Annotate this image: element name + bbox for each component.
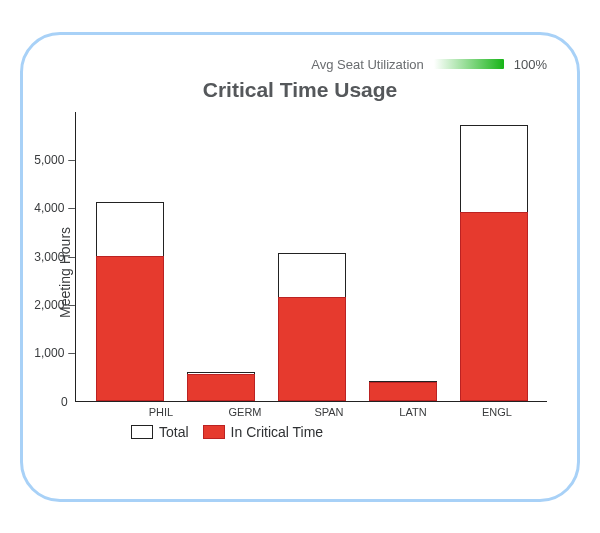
legend-label-total: Total — [159, 424, 189, 440]
bar-total — [187, 372, 255, 401]
x-tick: PHIL — [127, 406, 195, 418]
legend: Total In Critical Time — [131, 424, 547, 440]
chart-title: Critical Time Usage — [53, 78, 547, 102]
chart-card: Avg Seat Utilization 100% Critical Time … — [20, 32, 580, 502]
bar-column — [278, 253, 346, 400]
legend-item-critical: In Critical Time — [203, 424, 324, 440]
plot-area: Meeting Hours 5,000– 4,000– 3,000– 2,000… — [53, 112, 547, 402]
x-tick: SPAN — [295, 406, 363, 418]
x-tick: ENGL — [463, 406, 531, 418]
bar-critical — [96, 256, 164, 401]
avg-seat-util-value: 100% — [514, 57, 547, 72]
legend-item-total: Total — [131, 424, 189, 440]
swatch-critical — [203, 425, 225, 439]
bar-total — [96, 202, 164, 400]
bar-critical — [369, 382, 437, 400]
legend-top: Avg Seat Utilization 100% — [53, 57, 547, 72]
bar-critical — [460, 212, 528, 401]
bar-critical — [187, 374, 255, 401]
x-tick: LATN — [379, 406, 447, 418]
gradient-swatch — [434, 59, 504, 69]
bar-column — [96, 202, 164, 400]
avg-seat-util-label: Avg Seat Utilization — [311, 57, 424, 72]
legend-label-critical: In Critical Time — [231, 424, 324, 440]
bar-column — [460, 125, 528, 401]
bar-total — [460, 125, 528, 401]
bar-total — [369, 381, 437, 400]
swatch-total — [131, 425, 153, 439]
x-axis-labels: PHILGERMSPANLATNENGL — [111, 402, 547, 418]
bar-critical — [278, 297, 346, 401]
bar-column — [369, 381, 437, 400]
x-tick: GERM — [211, 406, 279, 418]
bars-region — [75, 112, 547, 402]
bar-column — [187, 372, 255, 401]
bar-total — [278, 253, 346, 400]
